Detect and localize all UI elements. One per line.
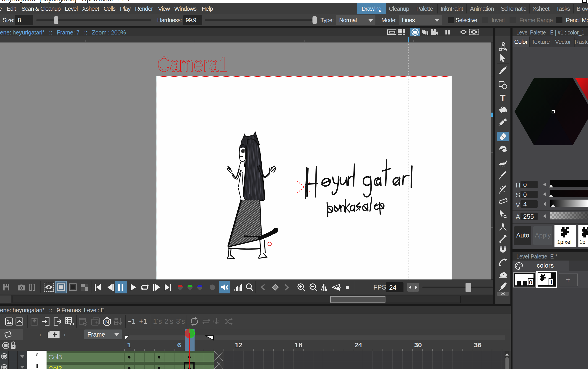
- svg-text:N: N: [105, 319, 109, 325]
